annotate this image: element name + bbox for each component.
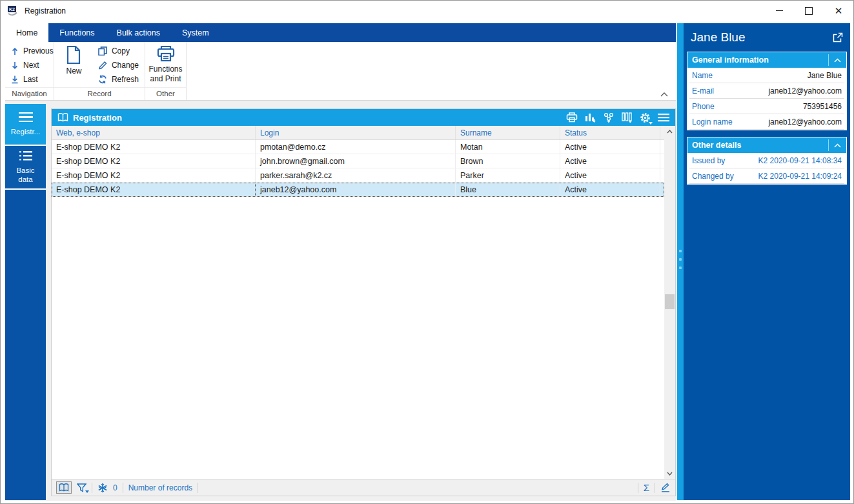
refresh-button[interactable]: Refresh: [95, 72, 142, 86]
field-value: K2 2020-09-21 14:09:24: [758, 172, 844, 181]
cell-login[interactable]: john.brown@gmail.com: [256, 154, 456, 168]
new-button[interactable]: New: [57, 44, 91, 77]
column-header-surname[interactable]: Surname: [456, 126, 560, 139]
scroll-up-button[interactable]: [664, 126, 675, 137]
chevron-down-icon: [649, 122, 653, 125]
cell-status[interactable]: Active: [560, 183, 660, 196]
next-button[interactable]: Next: [8, 58, 57, 72]
tab-bulk-actions[interactable]: Bulk actions: [106, 23, 171, 42]
cell-status[interactable]: Active: [560, 154, 660, 168]
sum-button[interactable]: Σ: [644, 482, 649, 493]
field-email: E-mail janeb12@yahoo.com: [689, 83, 844, 99]
splitter-grip-dot: [679, 267, 682, 269]
number-of-records-label[interactable]: Number of records: [128, 483, 192, 492]
preview-panel: Jane Blue General information Name Jane …: [684, 23, 850, 500]
panel-splitter[interactable]: [677, 23, 684, 500]
table-row[interactable]: E-shop DEMO K2 john.brown@gmail.com Brow…: [52, 154, 664, 168]
column-header-web-eshop[interactable]: Web, e-shop: [52, 126, 256, 139]
cell-status[interactable]: Active: [560, 168, 660, 182]
column-header-login[interactable]: Login: [256, 126, 456, 139]
browse-header: Registration: [52, 109, 675, 126]
column-header-status[interactable]: Status: [560, 126, 660, 139]
preview-header: Jane Blue: [684, 23, 850, 52]
columns-icon[interactable]: [622, 112, 633, 123]
cell-surname[interactable]: Motan: [456, 140, 560, 154]
section-title: Other details: [692, 141, 741, 150]
copy-icon: [98, 46, 107, 55]
last-label: Last: [23, 75, 38, 84]
close-button[interactable]: ✕: [824, 1, 853, 21]
svg-text:K2: K2: [9, 7, 15, 12]
section-other-details: Other details Issued by K2 2020-09-21 14…: [687, 137, 847, 185]
frozen-count: 0: [113, 483, 117, 492]
collapse-ribbon-button[interactable]: [660, 92, 668, 97]
k2-logo-icon: K2: [6, 5, 19, 17]
refresh-label: Refresh: [112, 75, 139, 84]
section-general-information: General information Name Jane Blue E-mai…: [687, 52, 847, 130]
field-changed-by: Changed by K2 2020-09-21 14:09:24: [689, 168, 844, 184]
table-row[interactable]: E-shop DEMO K2 parker.sarah@k2.cz Parker…: [52, 168, 664, 183]
tab-home[interactable]: Home: [5, 23, 48, 42]
section-header[interactable]: Other details: [687, 137, 846, 153]
cell-web-eshop[interactable]: E-shop DEMO K2: [52, 154, 256, 168]
functions-and-print-button[interactable]: Functions and Print: [148, 44, 183, 85]
scroll-down-button[interactable]: [664, 468, 675, 479]
cell-login[interactable]: pmotan@demo.cz: [256, 140, 456, 154]
group-label-navigation: Navigation: [5, 87, 54, 100]
minimize-button[interactable]: [764, 1, 794, 21]
chevron-up-icon[interactable]: [828, 54, 846, 66]
window-title: Registration: [25, 6, 66, 15]
gear-icon[interactable]: [640, 112, 651, 123]
cell-surname[interactable]: Parker: [456, 168, 560, 182]
sidebar-item-basic-data[interactable]: Basic data: [5, 146, 46, 190]
list-icon: [19, 150, 33, 161]
bar-chart-icon[interactable]: [585, 112, 596, 123]
scrollbar-thumb[interactable]: [665, 294, 675, 309]
previous-button[interactable]: Previous: [8, 44, 57, 58]
snowflake-icon[interactable]: [97, 483, 108, 493]
preview-toggle-button[interactable]: [56, 481, 72, 494]
separator: [92, 483, 92, 493]
sidebar-item-registration[interactable]: Registr...: [5, 104, 46, 146]
menu-icon[interactable]: [658, 113, 669, 122]
group-label-other: Other: [145, 87, 186, 100]
cell-surname[interactable]: Brown: [456, 154, 560, 168]
maximize-button[interactable]: [794, 1, 824, 21]
section-header[interactable]: General information: [687, 52, 846, 68]
cell-web-eshop[interactable]: E-shop DEMO K2: [52, 140, 256, 154]
close-icon: ✕: [835, 6, 843, 15]
tab-system[interactable]: System: [171, 23, 220, 42]
change-button[interactable]: Change: [95, 58, 142, 72]
browse-toolbar: [566, 112, 669, 123]
next-label: Next: [23, 61, 39, 70]
cell-surname[interactable]: Blue: [456, 183, 560, 196]
last-button[interactable]: Last: [8, 72, 57, 86]
tab-functions[interactable]: Functions: [48, 23, 105, 42]
field-value: Jane Blue: [808, 71, 844, 80]
vertical-scrollbar[interactable]: [664, 126, 675, 479]
arrow-up-icon: [11, 47, 19, 55]
filter-button[interactable]: [77, 483, 86, 492]
cell-web-eshop[interactable]: E-shop DEMO K2: [52, 183, 256, 196]
cell-login[interactable]: janeb12@yahoo.com: [256, 183, 456, 196]
table-row[interactable]: E-shop DEMO K2 pmotan@demo.cz Motan Acti…: [52, 140, 664, 154]
cell-login[interactable]: parker.sarah@k2.cz: [256, 168, 456, 182]
chevron-up-icon[interactable]: [828, 139, 846, 151]
process-icon[interactable]: [603, 112, 615, 123]
edit-pencil-button[interactable]: [660, 483, 671, 492]
browse-title: Registration: [73, 113, 122, 123]
cell-web-eshop[interactable]: E-shop DEMO K2: [52, 168, 256, 182]
maximize-icon: [805, 7, 813, 15]
open-in-new-icon[interactable]: [833, 32, 843, 43]
group-separator: [186, 42, 187, 100]
copy-button[interactable]: Copy: [95, 44, 142, 58]
table-row-selected[interactable]: E-shop DEMO K2 janeb12@yahoo.com Blue Ac…: [52, 183, 664, 197]
new-label: New: [66, 66, 81, 76]
group-label-record: Record: [54, 87, 145, 100]
field-value: janeb12@yahoo.com: [768, 117, 844, 126]
field-label: Login name: [689, 117, 733, 126]
refresh-icon: [98, 75, 107, 84]
field-label: Name: [689, 71, 713, 80]
cell-status[interactable]: Active: [560, 140, 660, 154]
printer-icon[interactable]: [566, 112, 578, 123]
